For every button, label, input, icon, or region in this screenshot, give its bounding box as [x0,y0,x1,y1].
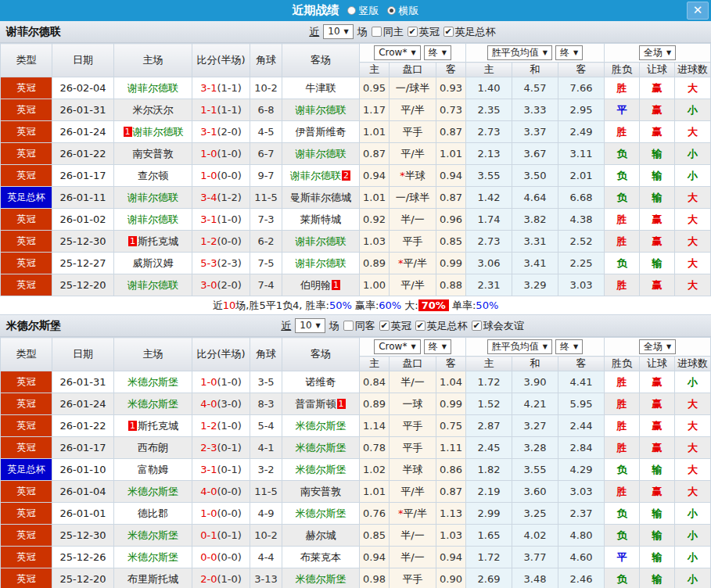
bookmaker-select[interactable]: Crow* ▼ [374,45,420,60]
handicap-group-header: Crow* ▼ 终 ▼ [360,44,466,63]
same-venue-filter[interactable]: 同主 [372,25,404,39]
handicap-line: 平手 [390,437,436,459]
final-odds-select[interactable]: 终 ▼ [555,339,583,354]
final-odds-select[interactable]: 终 ▼ [424,339,451,354]
draw-odds: 3.41 [512,253,558,274]
home-team: 德比郡 [114,503,192,525]
match-result: 胜 [605,371,640,393]
match-count-select[interactable]: 10 ▼ [295,318,325,333]
corners: 6-8 [250,99,282,121]
win-odds: 1.72 [466,547,512,568]
draw-odds: 4.64 [512,187,558,209]
handicap-line: 平/半 [390,143,436,165]
competition-badge: 英足总杯 [1,187,52,209]
team-name: 西布朗 [138,442,168,454]
home-team: 布里斯托城 [114,568,192,588]
competition-badge: 英冠 [1,209,52,231]
lose-odds: 4.29 [558,459,605,481]
match-date: 26-02-04 [52,77,114,99]
match-result: 胜 [605,231,640,253]
filter-controls: 近 10 ▼ 场 同主 英冠英足总杯 [0,24,711,39]
corners: 7-3 [250,209,282,231]
filter-controls: 近 10 ▼ 场 同客 英冠英足总杯球会友谊 [0,318,711,333]
team-name: 谢菲尔德联 [127,213,178,225]
same-venue-filter[interactable]: 同客 [343,319,375,333]
lose-odds: 3.03 [558,481,605,503]
draw-odds: 3.31 [512,231,558,253]
competition-badge: 英冠 [1,481,52,503]
goals-result: 大 [675,77,711,99]
away-team: 谢菲尔德联 [282,99,360,121]
layout-horizontal-option[interactable]: 横版 [387,4,419,18]
competition-badge: 英冠 [1,568,52,588]
team-name: 米尔沃尔 [133,104,174,116]
lose-odds: 2.46 [558,568,605,588]
draw-odds: 3.27 [512,415,558,437]
handicap-line: 一球 [390,393,436,415]
dropdown-arrow-icon: ▼ [442,341,447,353]
score: 3-1(2-0) [192,121,250,143]
summary-segment: 50% [476,299,498,311]
away-team: 米德尔斯堡 [282,568,360,588]
sub-column-header: 客 [436,357,466,371]
dropdown-arrow-icon: ▼ [666,341,671,353]
halftime-score: (1-2) [217,192,241,203]
fulltime-score: 3-4 [200,192,217,203]
away-team: 诺维奇 [282,371,360,393]
away-handicap-odds: 1.11 [436,437,466,459]
home-team: 米德尔斯堡 [114,547,192,568]
home-team: 1斯托克城 [114,415,192,437]
handicap-line: 平/半 [390,274,436,296]
sub-column-header: 和 [512,357,558,371]
match-date: 26-01-24 [52,121,114,143]
score: 2-0(1-0) [192,568,250,588]
final-odds-select[interactable]: 终 ▼ [424,45,451,60]
column-header: 日期 [52,338,114,371]
home-handicap-odds: 0.98 [360,568,390,588]
radio-unchecked-icon [347,6,356,15]
home-team: 米德尔斯堡 [114,371,192,393]
match-count-select[interactable]: 10 ▼ [323,24,353,39]
match-result: 胜 [605,415,640,437]
recent-label: 近 [281,319,291,333]
match-row: 英冠 26-01-04 米德尔斯堡 4-0(0-0) 11-5 南安普敦 1.0… [1,481,711,503]
match-row: 英冠 25-12-30 1斯托克城 1-2(0-0) 6-2 谢菲尔德联 1.0… [1,231,711,253]
section-team-name: 米德尔斯堡 [0,319,61,333]
close-button[interactable]: ✕ [687,2,709,20]
wdl-average-select[interactable]: 胜平负均值 ▼ [487,339,552,354]
competition-filter[interactable]: 球会友谊 [472,319,524,333]
dropdown-arrow-icon: ▼ [442,47,447,59]
competition-badge: 英冠 [1,231,52,253]
match-result: 胜 [605,77,640,99]
score: 3-1(1-1) [192,77,250,99]
competition-filter[interactable]: 英足总杯 [443,25,496,39]
competition-filter[interactable]: 英冠 [379,319,411,333]
competition-filter[interactable]: 英冠 [408,25,440,39]
titlebar: 近期战绩 竖版 横版 ✕ [0,0,711,21]
lose-odds: 2.95 [558,99,605,121]
layout-vertical-option[interactable]: 竖版 [347,4,379,18]
team-name: 谢菲尔德联 [296,235,347,247]
scope-select[interactable]: 全场 ▼ [639,45,676,60]
fulltime-score: 1-2 [200,420,217,432]
away-team: 谢菲尔德联 [282,253,360,274]
match-row: 英冠 25-12-26 米德尔斯堡 0-0(0-0) 4-4 布莱克本 0.94… [1,547,711,568]
bookmaker-select[interactable]: Crow* ▼ [374,339,420,354]
team-name: 曼斯菲尔德城 [290,192,351,203]
fulltime-score: 2-0 [200,573,217,585]
scope-select[interactable]: 全场 ▼ [639,339,676,354]
final-odds-select[interactable]: 终 ▼ [555,45,583,60]
team-name: 谢菲尔德联 [296,104,347,116]
goals-result: 大 [675,274,711,296]
draw-odds: 3.50 [512,165,558,187]
match-result: 负 [605,459,640,481]
team-name: 米德尔斯堡 [127,551,178,563]
win-odds: 2.13 [466,143,512,165]
wdl-average-select[interactable]: 胜平负均值 ▼ [487,45,552,60]
corners: 3-13 [250,568,282,588]
match-row: 英冠 26-01-22 1斯托克城 1-2(1-0) 5-4 米德尔斯堡 1.1… [1,415,711,437]
competition-filter[interactable]: 英足总杯 [415,319,468,333]
match-row: 英冠 26-01-31 米尔沃尔 1-1(1-1) 6-8 谢菲尔德联 1.17… [1,99,711,121]
team-section: 谢菲尔德联 近 10 ▼ 场 同主 英冠英足总杯 类型日期主场比分(半场)角球客… [0,21,711,315]
home-handicap-odds: 1.01 [360,187,390,209]
